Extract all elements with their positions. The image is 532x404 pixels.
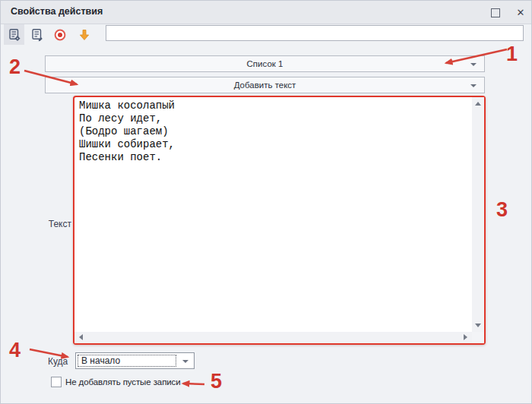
insert-down-button[interactable]	[74, 24, 94, 45]
empty-records-checkbox[interactable]	[51, 377, 62, 387]
chevron-down-icon	[470, 63, 477, 66]
scroll-right-icon[interactable]	[464, 334, 467, 340]
record-button[interactable]	[49, 24, 70, 45]
chevron-down-icon	[470, 84, 477, 87]
where-dropdown-value: В начало	[81, 355, 120, 366]
text-area[interactable]: Мишка косолапый По лесу идет, (Бодро шаг…	[74, 97, 472, 332]
close-button[interactable]: ✕	[514, 5, 527, 19]
scroll-left-icon[interactable]	[79, 334, 83, 340]
document-gear-icon	[8, 28, 21, 42]
text-area-highlight: Мишка косолапый По лесу идет, (Бодро шаг…	[73, 96, 486, 345]
horizontal-scrollbar[interactable]	[74, 332, 472, 343]
scroll-up-icon[interactable]	[475, 102, 481, 106]
record-icon	[53, 28, 67, 42]
text-field-label: Текст	[45, 219, 71, 229]
close-icon: ✕	[517, 7, 525, 18]
action-properties-dialog: Свойства действия ✕	[0, 0, 532, 404]
chevron-down-icon	[182, 360, 188, 363]
annotation-arrow-5	[183, 383, 204, 384]
annotation-number-4: 4	[9, 340, 21, 361]
annotation-number-1: 1	[506, 44, 518, 65]
scroll-down-icon[interactable]	[475, 324, 481, 327]
list-dropdown-value: Список 1	[46, 56, 484, 71]
list-dropdown[interactable]: Список 1	[45, 55, 485, 72]
orange-down-arrow-icon	[78, 28, 91, 42]
annotation-number-3: 3	[496, 200, 508, 220]
where-dropdown[interactable]: В начало	[75, 352, 195, 369]
maximize-icon	[491, 8, 500, 17]
toolbar-input[interactable]	[106, 25, 524, 41]
list-settings-button[interactable]	[4, 24, 24, 45]
document-pencil-icon	[30, 28, 44, 42]
list-edit-button[interactable]	[27, 24, 47, 45]
window-title: Свойства действия	[11, 6, 103, 17]
scrollbar-corner	[472, 332, 484, 343]
titlebar: Свойства действия ✕	[1, 1, 531, 24]
empty-records-checkbox-label: Не добавлять пустые записи	[65, 377, 181, 387]
vertical-scrollbar[interactable]	[472, 97, 484, 332]
action-dropdown[interactable]: Добавить текст	[45, 77, 485, 93]
annotation-number-5: 5	[211, 371, 222, 392]
where-label: Куда	[48, 356, 68, 367]
annotation-number-2: 2	[9, 57, 21, 77]
maximize-button[interactable]	[489, 7, 502, 19]
action-dropdown-value: Добавить текст	[46, 77, 484, 93]
